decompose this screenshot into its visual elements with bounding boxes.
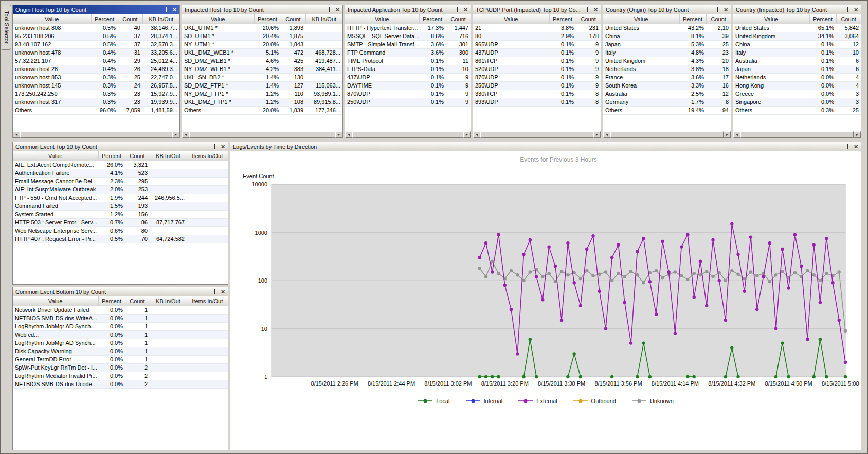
close-icon[interactable]: × <box>171 6 178 13</box>
panel-titlebar[interactable]: TCP\UDP Port (Impacted) Top 10 by Co... … <box>473 5 601 14</box>
scroll-right-arrow-icon[interactable]: ► <box>724 131 731 138</box>
table-row[interactable]: SD_DMZ_WEB1 *4.6%425419,487... <box>182 57 342 65</box>
table-row[interactable]: SD_UTM1 *20.4%1,875 <box>182 32 342 40</box>
table-row[interactable]: NETBIOS SMB-DS dns Ucode...0.0%2 <box>13 380 228 388</box>
table-row[interactable]: NY_DMZ_WEB1 *4.2%383384,411... <box>182 65 342 73</box>
scroll-right-arrow-icon[interactable]: ► <box>335 131 342 138</box>
table-row[interactable]: 520\UDP0.1%9 <box>473 65 601 73</box>
table-row[interactable]: China0.1%12 <box>733 40 861 48</box>
column-header[interactable]: Percent <box>254 14 281 24</box>
table-row[interactable]: unknown host 8530.3%2522,747.0... <box>13 73 179 81</box>
pin-icon[interactable] <box>326 6 333 13</box>
column-header[interactable]: Value <box>473 14 549 24</box>
column-header[interactable]: KB In/Out <box>305 14 342 24</box>
scroll-right-arrow-icon[interactable]: ► <box>172 131 179 138</box>
table-row[interactable]: 330\TCP0.1%8 <box>473 90 601 98</box>
scroll-thumb[interactable] <box>20 131 172 138</box>
column-header[interactable]: Items In/Out <box>187 296 228 306</box>
table-row[interactable]: Australia2.5%12 <box>603 90 731 98</box>
horizontal-scrollbar[interactable]: ◄ ► <box>13 131 179 138</box>
column-header[interactable]: Count <box>118 14 142 24</box>
close-icon[interactable]: × <box>220 143 226 150</box>
table-row[interactable]: 250\UDP0.1%9 <box>473 81 601 90</box>
scroll-left-arrow-icon[interactable]: ◄ <box>473 131 480 138</box>
table-row[interactable]: FTP Command3.6%300 <box>345 48 471 57</box>
table-row[interactable]: 250\UDP0.1%9 <box>345 98 471 106</box>
close-icon[interactable]: × <box>592 6 599 13</box>
table-row[interactable]: NY_UTM1 *20.0%1,843 <box>182 40 342 48</box>
column-header[interactable]: Value <box>13 296 98 306</box>
close-icon[interactable]: × <box>722 6 729 13</box>
column-header[interactable]: Percent <box>679 14 706 24</box>
table-row[interactable]: Email Message Cannot Be Del...2.3%295 <box>13 177 228 185</box>
column-header[interactable]: Value <box>733 14 809 24</box>
column-header[interactable]: Count <box>706 14 731 24</box>
table-row[interactable]: France3.6%17 <box>603 73 731 81</box>
scroll-thumb[interactable] <box>189 131 335 138</box>
table-row[interactable]: HTTP - Hypertext Transfer...17.3%1,447 <box>345 24 471 32</box>
table-row[interactable]: 437\UDP0.1%9 <box>473 48 601 57</box>
table-row[interactable]: System Started1.2%156 <box>13 210 228 218</box>
table-row[interactable]: AIE: Ext:Accnt Comp:Remote...26.0%3,321 <box>13 161 228 169</box>
column-header[interactable]: Value <box>13 151 98 161</box>
legend-item-local[interactable]: Local <box>418 398 449 404</box>
table-row[interactable]: Italy0.1%10 <box>733 48 861 57</box>
table-row[interactable]: SD_DMZ_FTP1 *1.4%127115,063... <box>182 81 342 90</box>
table-row[interactable]: NETBIOS SMB-DS dns WriteA...0.0%1 <box>13 314 228 322</box>
table-row[interactable]: Netherlands3.8%18 <box>603 65 731 73</box>
legend-item-external[interactable]: External <box>518 398 557 404</box>
scroll-thumb[interactable] <box>740 131 854 138</box>
table-row[interactable]: FTP - 550 - Cmd Not Accepted...1.9%24424… <box>13 194 228 202</box>
table-row[interactable]: 870\UDP0.1%9 <box>473 73 601 81</box>
table-row[interactable]: unknown host 280.4%2624,469.3... <box>13 65 179 73</box>
column-header[interactable]: Percent <box>98 296 125 306</box>
column-header[interactable]: Count <box>576 14 601 24</box>
column-header[interactable]: Percent <box>91 14 118 24</box>
table-row[interactable]: Singapore0.0%3 <box>733 98 861 106</box>
horizontal-scrollbar[interactable]: ◄ ► <box>182 131 342 138</box>
table-row[interactable]: Others96.0%7,0591,481,59... <box>13 106 179 114</box>
close-icon[interactable]: × <box>334 6 341 13</box>
close-icon[interactable]: × <box>853 6 859 13</box>
scroll-thumb[interactable] <box>610 131 724 138</box>
table-row[interactable]: Authentication Failure4.1%523 <box>13 169 228 177</box>
scroll-left-arrow-icon[interactable]: ◄ <box>182 131 189 138</box>
scroll-right-arrow-icon[interactable]: ► <box>593 131 601 138</box>
column-header[interactable]: Count <box>836 14 861 24</box>
scroll-left-arrow-icon[interactable]: ◄ <box>345 131 352 138</box>
table-row[interactable]: Hong Kong0.0%4 <box>733 81 861 90</box>
horizontal-scrollbar[interactable]: ◄ ► <box>345 131 471 138</box>
column-header[interactable]: Count <box>446 14 471 24</box>
table-row[interactable]: United Kingdom4.3%20 <box>603 57 731 65</box>
column-header[interactable]: Percent <box>419 14 446 24</box>
table-row[interactable]: Germany1.7%8 <box>603 98 731 106</box>
table-row[interactable]: Greece0.0%3 <box>733 90 861 98</box>
column-header[interactable]: Count <box>281 14 305 24</box>
table-row[interactable]: 437\UDP0.1%9 <box>345 73 471 81</box>
table-row[interactable]: 802.9%178 <box>473 32 601 40</box>
table-row[interactable]: 213.8%231 <box>473 24 601 32</box>
table-row[interactable]: FTPS-Data0.1%10 <box>345 65 471 73</box>
panel-titlebar[interactable]: Country (Impacted) Top 10 by Count × <box>733 5 861 14</box>
column-header[interactable]: Count <box>125 151 150 161</box>
table-row[interactable]: UKL_DMZ_WEB1 *5.1%472468,728... <box>182 48 342 57</box>
table-row[interactable]: Disk Capacity Warning0.0%1 <box>13 347 228 355</box>
scroll-thumb[interactable] <box>480 131 593 138</box>
horizontal-scrollbar[interactable]: ◄ ► <box>733 131 861 138</box>
table-row[interactable]: unknown host 3170.3%2319,939.9... <box>13 98 179 106</box>
table-row[interactable]: China8.1%39 <box>603 32 731 40</box>
table-row[interactable]: AIE: Int:Susp:Malware Outbreak2.0%253 <box>13 185 228 194</box>
column-header[interactable]: Count <box>125 296 150 306</box>
table-row[interactable]: 893\UDP0.1%8 <box>473 98 601 106</box>
table-row[interactable]: 57.32.221.1070.4%2925,012.4... <box>13 57 179 65</box>
scroll-right-arrow-icon[interactable]: ► <box>854 131 861 138</box>
table-row[interactable]: TIME Protocol0.1%11 <box>345 57 471 65</box>
table-row[interactable]: SpWr-Put KeyLgr RnTm Det - i...0.0%2 <box>13 363 228 372</box>
legend-item-outbound[interactable]: Outbound <box>573 398 616 404</box>
scroll-thumb[interactable] <box>352 131 463 138</box>
table-row[interactable]: Italy4.8%23 <box>603 48 731 57</box>
column-header[interactable]: Value <box>345 14 419 24</box>
table-row[interactable]: 861\TCP0.1%9 <box>473 57 601 65</box>
legend-item-internal[interactable]: Internal <box>465 398 503 404</box>
table-row[interactable]: Japan5.3%25 <box>603 40 731 48</box>
